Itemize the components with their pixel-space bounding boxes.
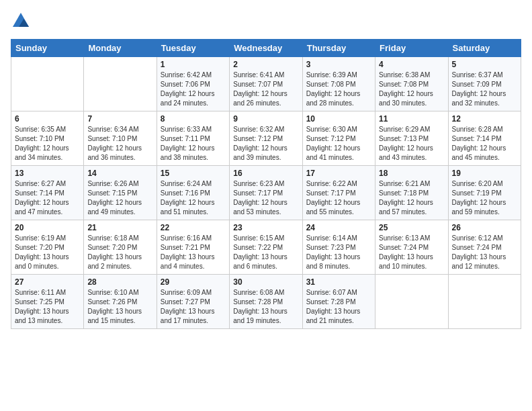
day-number: 2 bbox=[233, 60, 298, 69]
cell-details: Sunrise: 6:24 AMSunset: 7:16 PMDaylight:… bbox=[161, 180, 215, 216]
day-number: 22 bbox=[161, 223, 226, 232]
calendar-cell bbox=[448, 275, 521, 329]
calendar-cell: 30Sunrise: 6:08 AMSunset: 7:28 PMDayligh… bbox=[230, 275, 302, 329]
cell-details: Sunrise: 6:26 AMSunset: 7:15 PMDaylight:… bbox=[87, 180, 142, 216]
day-number: 4 bbox=[379, 60, 444, 69]
cell-details: Sunrise: 6:29 AMSunset: 7:13 PMDaylight:… bbox=[379, 126, 433, 161]
calendar-cell: 11Sunrise: 6:29 AMSunset: 7:13 PMDayligh… bbox=[375, 111, 448, 166]
header bbox=[11, 11, 521, 31]
weekday-header: Friday bbox=[375, 40, 448, 57]
calendar-cell: 18Sunrise: 6:21 AMSunset: 7:18 PMDayligh… bbox=[375, 166, 448, 220]
day-number: 3 bbox=[306, 60, 371, 69]
cell-details: Sunrise: 6:28 AMSunset: 7:14 PMDaylight:… bbox=[452, 126, 506, 161]
day-number: 1 bbox=[161, 60, 226, 69]
cell-details: Sunrise: 6:21 AMSunset: 7:18 PMDaylight:… bbox=[379, 180, 433, 216]
weekday-header: Monday bbox=[84, 40, 157, 57]
weekday-header: Wednesday bbox=[230, 40, 302, 57]
day-number: 31 bbox=[306, 277, 371, 287]
day-number: 24 bbox=[306, 223, 371, 232]
calendar-week-row: 6Sunrise: 6:35 AMSunset: 7:10 PMDaylight… bbox=[11, 111, 521, 166]
calendar-cell: 19Sunrise: 6:20 AMSunset: 7:19 PMDayligh… bbox=[448, 166, 521, 220]
calendar-cell: 28Sunrise: 6:10 AMSunset: 7:26 PMDayligh… bbox=[84, 275, 157, 329]
day-number: 18 bbox=[379, 169, 444, 178]
day-number: 7 bbox=[87, 114, 152, 124]
calendar-week-row: 1Sunrise: 6:42 AMSunset: 7:06 PMDaylight… bbox=[11, 57, 521, 111]
calendar-cell: 3Sunrise: 6:39 AMSunset: 7:08 PMDaylight… bbox=[302, 57, 375, 111]
calendar-cell: 8Sunrise: 6:33 AMSunset: 7:11 PMDaylight… bbox=[157, 111, 229, 166]
cell-details: Sunrise: 6:30 AMSunset: 7:12 PMDaylight:… bbox=[306, 126, 361, 161]
calendar-table: SundayMondayTuesdayWednesdayThursdayFrid… bbox=[11, 39, 521, 329]
cell-details: Sunrise: 6:15 AMSunset: 7:22 PMDaylight:… bbox=[233, 234, 287, 270]
cell-details: Sunrise: 6:10 AMSunset: 7:26 PMDaylight:… bbox=[87, 289, 142, 324]
day-number: 29 bbox=[161, 277, 226, 287]
day-number: 15 bbox=[161, 169, 226, 178]
calendar-cell: 12Sunrise: 6:28 AMSunset: 7:14 PMDayligh… bbox=[448, 111, 521, 166]
calendar-cell: 16Sunrise: 6:23 AMSunset: 7:17 PMDayligh… bbox=[230, 166, 302, 220]
calendar-cell: 15Sunrise: 6:24 AMSunset: 7:16 PMDayligh… bbox=[157, 166, 229, 220]
cell-details: Sunrise: 6:34 AMSunset: 7:10 PMDaylight:… bbox=[87, 126, 142, 161]
day-number: 12 bbox=[452, 114, 517, 124]
calendar-cell: 17Sunrise: 6:22 AMSunset: 7:17 PMDayligh… bbox=[302, 166, 375, 220]
day-number: 8 bbox=[161, 114, 226, 124]
day-number: 30 bbox=[233, 277, 298, 287]
calendar-cell: 27Sunrise: 6:11 AMSunset: 7:25 PMDayligh… bbox=[11, 275, 84, 329]
logo bbox=[11, 11, 34, 31]
weekday-header: Sunday bbox=[11, 40, 84, 57]
day-number: 14 bbox=[87, 169, 152, 178]
cell-details: Sunrise: 6:32 AMSunset: 7:12 PMDaylight:… bbox=[233, 126, 287, 161]
cell-details: Sunrise: 6:23 AMSunset: 7:17 PMDaylight:… bbox=[233, 180, 287, 216]
calendar-cell bbox=[11, 57, 84, 111]
day-number: 19 bbox=[452, 169, 517, 178]
day-number: 25 bbox=[379, 223, 444, 232]
day-number: 21 bbox=[87, 223, 152, 232]
day-number: 23 bbox=[233, 223, 298, 232]
cell-details: Sunrise: 6:27 AMSunset: 7:14 PMDaylight:… bbox=[15, 180, 69, 216]
calendar-header-row: SundayMondayTuesdayWednesdayThursdayFrid… bbox=[11, 40, 521, 57]
cell-details: Sunrise: 6:35 AMSunset: 7:10 PMDaylight:… bbox=[15, 126, 69, 161]
logo-icon bbox=[11, 11, 31, 31]
calendar-cell: 13Sunrise: 6:27 AMSunset: 7:14 PMDayligh… bbox=[11, 166, 84, 220]
cell-details: Sunrise: 6:09 AMSunset: 7:27 PMDaylight:… bbox=[161, 289, 215, 324]
day-number: 9 bbox=[233, 114, 298, 124]
cell-details: Sunrise: 6:22 AMSunset: 7:17 PMDaylight:… bbox=[306, 180, 361, 216]
cell-details: Sunrise: 6:18 AMSunset: 7:20 PMDaylight:… bbox=[87, 234, 142, 270]
calendar-cell: 4Sunrise: 6:38 AMSunset: 7:08 PMDaylight… bbox=[375, 57, 448, 111]
day-number: 11 bbox=[379, 114, 444, 124]
day-number: 6 bbox=[15, 114, 80, 124]
calendar-cell: 5Sunrise: 6:37 AMSunset: 7:09 PMDaylight… bbox=[448, 57, 521, 111]
calendar-cell: 22Sunrise: 6:16 AMSunset: 7:21 PMDayligh… bbox=[157, 220, 229, 275]
day-number: 5 bbox=[452, 60, 517, 69]
day-number: 13 bbox=[15, 169, 80, 178]
day-number: 16 bbox=[233, 169, 298, 178]
day-number: 26 bbox=[452, 223, 517, 232]
weekday-header: Saturday bbox=[448, 40, 521, 57]
calendar-cell: 10Sunrise: 6:30 AMSunset: 7:12 PMDayligh… bbox=[302, 111, 375, 166]
calendar-cell: 2Sunrise: 6:41 AMSunset: 7:07 PMDaylight… bbox=[230, 57, 302, 111]
cell-details: Sunrise: 6:08 AMSunset: 7:28 PMDaylight:… bbox=[233, 289, 287, 324]
cell-details: Sunrise: 6:12 AMSunset: 7:24 PMDaylight:… bbox=[452, 234, 506, 270]
day-number: 20 bbox=[15, 223, 80, 232]
cell-details: Sunrise: 6:39 AMSunset: 7:08 PMDaylight:… bbox=[306, 71, 361, 107]
calendar-week-row: 13Sunrise: 6:27 AMSunset: 7:14 PMDayligh… bbox=[11, 166, 521, 220]
calendar-cell bbox=[84, 57, 157, 111]
cell-details: Sunrise: 6:38 AMSunset: 7:08 PMDaylight:… bbox=[379, 71, 433, 107]
cell-details: Sunrise: 6:19 AMSunset: 7:20 PMDaylight:… bbox=[15, 234, 69, 270]
calendar-cell: 25Sunrise: 6:13 AMSunset: 7:24 PMDayligh… bbox=[375, 220, 448, 275]
calendar-cell: 14Sunrise: 6:26 AMSunset: 7:15 PMDayligh… bbox=[84, 166, 157, 220]
calendar-cell: 7Sunrise: 6:34 AMSunset: 7:10 PMDaylight… bbox=[84, 111, 157, 166]
cell-details: Sunrise: 6:42 AMSunset: 7:06 PMDaylight:… bbox=[161, 71, 215, 107]
cell-details: Sunrise: 6:20 AMSunset: 7:19 PMDaylight:… bbox=[452, 180, 506, 216]
calendar-cell: 29Sunrise: 6:09 AMSunset: 7:27 PMDayligh… bbox=[157, 275, 229, 329]
cell-details: Sunrise: 6:37 AMSunset: 7:09 PMDaylight:… bbox=[452, 71, 506, 107]
calendar-cell: 23Sunrise: 6:15 AMSunset: 7:22 PMDayligh… bbox=[230, 220, 302, 275]
cell-details: Sunrise: 6:11 AMSunset: 7:25 PMDaylight:… bbox=[15, 289, 69, 324]
calendar-week-row: 27Sunrise: 6:11 AMSunset: 7:25 PMDayligh… bbox=[11, 275, 521, 329]
calendar-cell: 31Sunrise: 6:07 AMSunset: 7:28 PMDayligh… bbox=[302, 275, 375, 329]
calendar-cell: 26Sunrise: 6:12 AMSunset: 7:24 PMDayligh… bbox=[448, 220, 521, 275]
calendar-cell: 1Sunrise: 6:42 AMSunset: 7:06 PMDaylight… bbox=[157, 57, 229, 111]
weekday-header: Tuesday bbox=[157, 40, 229, 57]
day-number: 17 bbox=[306, 169, 371, 178]
calendar-cell: 9Sunrise: 6:32 AMSunset: 7:12 PMDaylight… bbox=[230, 111, 302, 166]
calendar-cell: 21Sunrise: 6:18 AMSunset: 7:20 PMDayligh… bbox=[84, 220, 157, 275]
cell-details: Sunrise: 6:13 AMSunset: 7:24 PMDaylight:… bbox=[379, 234, 433, 270]
